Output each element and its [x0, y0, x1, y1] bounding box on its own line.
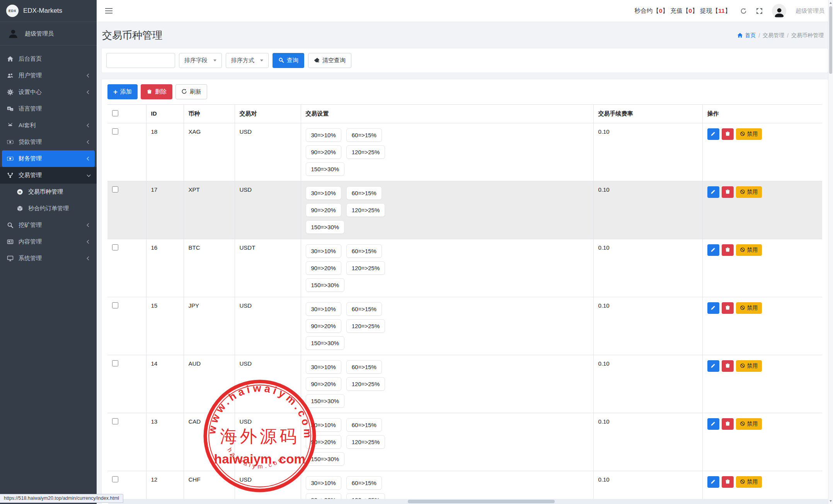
sidebar-item-settings[interactable]: 设置中心	[0, 84, 97, 100]
avatar[interactable]	[772, 4, 786, 18]
table-row: 17XPTUSD30=>10%60=>15%90=>20%120=>25%150…	[107, 181, 822, 239]
filter-panel: 排序字段 排序方式 查询 清空查询	[101, 48, 828, 73]
disable-button[interactable]: 禁用	[736, 360, 762, 372]
clear-search-button[interactable]: 清空查询	[308, 53, 351, 68]
trade-setting-chip: 90=>20%	[306, 319, 341, 333]
column-header[interactable]: 操作	[702, 105, 822, 123]
stat-item[interactable]: 充值【0】	[670, 7, 698, 14]
sidebar-item-content[interactable]: 内容管理	[0, 233, 97, 250]
sidebar-item-label: 财务管理	[19, 155, 42, 162]
edit-button[interactable]	[707, 360, 719, 372]
sidebar-item-mining[interactable]: 挖矿管理	[0, 217, 97, 233]
delete-row-button[interactable]	[722, 302, 734, 314]
sidebar-item-dashboard[interactable]: 后台首页	[0, 51, 97, 67]
cell-id: 18	[146, 123, 184, 181]
delete-row-button[interactable]	[722, 476, 734, 488]
edit-button[interactable]	[707, 244, 719, 256]
delete-row-button[interactable]	[722, 418, 734, 430]
cell-id: 16	[146, 239, 184, 297]
add-button[interactable]: + 添加	[107, 84, 138, 99]
money-icon	[7, 139, 14, 145]
fullscreen-icon[interactable]	[756, 8, 763, 14]
cell-fee: 0.10	[593, 413, 702, 471]
svg-text:z: z	[11, 109, 12, 111]
disable-button[interactable]: 禁用	[736, 128, 762, 140]
row-checkbox[interactable]	[112, 244, 118, 250]
row-checkbox[interactable]	[112, 476, 118, 482]
breadcrumb-item[interactable]: 交易币种管理	[791, 32, 824, 39]
scroll-down-arrow-icon[interactable]	[830, 500, 832, 502]
chevron-left-icon	[87, 140, 91, 144]
row-checkbox[interactable]	[112, 360, 118, 366]
disable-button[interactable]: 禁用	[736, 244, 762, 256]
stat-value: 11	[718, 7, 725, 14]
sidebar-item-trade-currency[interactable]: H交易币种管理	[0, 184, 97, 200]
delete-row-button[interactable]	[722, 186, 734, 198]
trade-setting-chip: 120=>25%	[346, 435, 385, 449]
trade-setting-chip: 90=>20%	[306, 261, 341, 275]
topbar-stats[interactable]: 秒合约【0】 充值【0】 提现【11】	[634, 7, 731, 15]
sidebar-item-users[interactable]: 用户管理	[0, 67, 97, 84]
scroll-up-arrow-icon[interactable]	[830, 2, 832, 4]
delete-row-button[interactable]	[722, 244, 734, 256]
ban-icon	[740, 131, 745, 138]
cell-fee: 0.10	[593, 355, 702, 413]
sidebar-item-language[interactable]: Az语言管理	[0, 100, 97, 117]
stat-item[interactable]: 秒合约【0】	[634, 7, 668, 14]
hamburger-menu-icon[interactable]	[105, 8, 112, 14]
table-row: 15JPYUSD30=>10%60=>15%90=>20%120=>25%150…	[107, 297, 822, 355]
edit-button[interactable]	[707, 476, 719, 488]
delete-row-button[interactable]	[722, 360, 734, 372]
sort-field-dropdown[interactable]: 排序字段	[179, 53, 222, 68]
pencil-icon	[710, 247, 716, 254]
cell-pair: USD	[235, 297, 301, 355]
sidebar-item-label: 系统管理	[19, 255, 42, 262]
delete-button[interactable]: 删除	[141, 84, 172, 99]
table-body: 18XAGUSD30=>10%60=>15%90=>20%120=>25%150…	[107, 123, 822, 504]
trade-setting-chip: 90=>20%	[306, 145, 341, 159]
refresh-button[interactable]: 刷新	[175, 84, 207, 99]
column-header[interactable]: ID	[146, 105, 184, 123]
chevron-left-icon	[87, 74, 91, 78]
sidebar-item-loan[interactable]: 贷款管理	[0, 134, 97, 150]
sidebar-item-seconds-contract-order[interactable]: 秒合约订单管理	[0, 200, 97, 217]
edit-button[interactable]	[707, 418, 719, 430]
sidebar-item-ai-arbitrage[interactable]: AI套利	[0, 117, 97, 134]
column-header[interactable]: 币种	[184, 105, 235, 123]
horizontal-scrollbar-thumb[interactable]	[408, 500, 555, 503]
column-header[interactable]: 交易手续费率	[593, 105, 702, 123]
column-header[interactable]: 交易对	[235, 105, 301, 123]
column-header[interactable]: 交易设置	[301, 105, 593, 123]
topbar-user-name: 超级管理员	[796, 7, 824, 15]
sidebar-item-finance[interactable]: 财务管理	[2, 150, 95, 167]
stat-item[interactable]: 提现【11】	[700, 7, 731, 14]
cell-pair: USD	[235, 413, 301, 471]
currency-table: ID币种交易对交易设置交易手续费率操作 18XAGUSD30=>10%60=>1…	[107, 104, 822, 504]
disable-button[interactable]: 禁用	[736, 418, 762, 430]
sidebar-item-system[interactable]: 系统管理	[0, 250, 97, 267]
vertical-scrollbar-thumb[interactable]	[829, 6, 832, 74]
sort-order-dropdown[interactable]: 排序方式	[226, 53, 269, 68]
disable-button[interactable]: 禁用	[736, 302, 762, 314]
row-checkbox[interactable]	[112, 418, 118, 424]
vertical-scrollbar[interactable]	[828, 0, 833, 504]
row-checkbox[interactable]	[112, 186, 118, 192]
select-all-checkbox[interactable]	[112, 110, 118, 116]
cell-currency: XAG	[184, 123, 235, 181]
edit-button[interactable]	[707, 186, 719, 198]
horizontal-scrollbar[interactable]	[108, 499, 828, 504]
edit-button[interactable]	[707, 128, 719, 140]
table-row: 16BTCUSDT30=>10%60=>15%90=>20%120=>25%15…	[107, 239, 822, 297]
refresh-icon[interactable]	[740, 8, 747, 14]
sidebar-item-trade[interactable]: 交易管理	[0, 167, 97, 184]
row-checkbox[interactable]	[112, 302, 118, 308]
breadcrumb-home-link[interactable]: 首页	[737, 32, 756, 39]
search-input[interactable]	[106, 53, 175, 68]
disable-button[interactable]: 禁用	[736, 186, 762, 198]
delete-row-button[interactable]	[722, 128, 734, 140]
row-checkbox[interactable]	[112, 128, 118, 135]
disable-button[interactable]: 禁用	[736, 476, 762, 488]
breadcrumb-item[interactable]: 交易管理	[763, 32, 784, 39]
search-button[interactable]: 查询	[273, 53, 304, 68]
edit-button[interactable]	[707, 302, 719, 314]
